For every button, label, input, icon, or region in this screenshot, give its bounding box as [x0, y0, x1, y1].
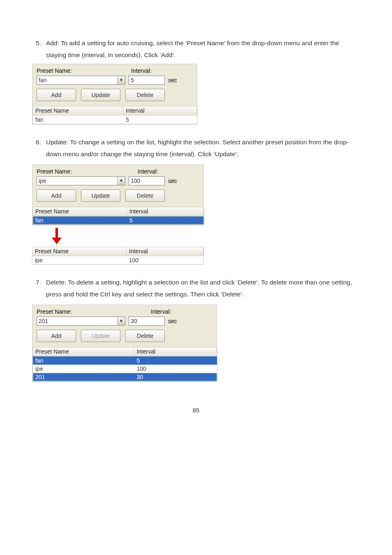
col-preset-header[interactable]: Preset Name [33, 106, 123, 116]
interval-input[interactable]: 30 [129, 317, 165, 326]
panel-delete: Preset Name: Interval: 201 ▼ 30 sec [32, 305, 217, 382]
add-button[interactable]: Add [37, 190, 76, 202]
update-button[interactable]: Update [81, 330, 120, 342]
interval-input[interactable]: 100 [129, 176, 165, 185]
update-button[interactable]: Update [81, 89, 120, 101]
sec-label: sec [168, 178, 177, 184]
panel-update-before: Preset Name: Interval: ipe ▼ 100 sec [32, 164, 204, 225]
preset-name-select-value: ipe [37, 178, 117, 184]
preset-name-select[interactable]: 201 ▼ [37, 317, 125, 326]
col-interval-header[interactable]: Interval [134, 347, 217, 356]
delete-button[interactable]: Delete [125, 190, 165, 202]
interval-label: Interval: [138, 168, 199, 175]
step-6: 6. Update: To change a setting on the li… [32, 136, 360, 265]
preset-table: Preset Name Interval fan 5 [32, 106, 198, 124]
table-row[interactable]: fan 5 [33, 116, 197, 124]
col-preset-header[interactable]: Preset Name [32, 247, 127, 256]
step-6-text: Update: To change a setting on the list,… [46, 136, 360, 160]
chevron-down-icon: ▼ [117, 76, 125, 84]
col-interval-header[interactable]: Interval [127, 247, 203, 256]
interval-label: Interval: [151, 308, 212, 315]
col-preset-header[interactable]: Preset Name [33, 207, 127, 216]
chevron-down-icon: ▼ [117, 177, 125, 185]
preset-name-label: Preset Name: [37, 67, 128, 74]
preset-name-select[interactable]: ipe ▼ [37, 176, 125, 185]
col-interval-header[interactable]: Interval [127, 207, 204, 216]
step-6-number: 6. [32, 136, 41, 148]
step-5: 5. Add: To add a setting for auto cruisi… [32, 37, 360, 125]
preset-name-label: Preset Name: [37, 308, 148, 315]
update-button[interactable]: Update [81, 190, 120, 202]
preset-table: Preset Name Interval fan 5 [32, 207, 204, 225]
preset-name-select-value: 201 [37, 318, 117, 324]
preset-table: Preset Name Interval fan 5 ipe 100 201 3… [32, 347, 217, 382]
preset-name-label: Preset Name: [37, 168, 134, 175]
chevron-down-icon: ▼ [117, 317, 125, 325]
sec-label: sec [168, 318, 177, 324]
interval-input[interactable]: 5 [129, 76, 165, 85]
arrow-down-icon [32, 228, 204, 244]
col-preset-header[interactable]: Preset Name [33, 347, 134, 356]
delete-button[interactable]: Delete [125, 330, 165, 342]
table-row[interactable]: ipe 100 [32, 256, 203, 264]
table-row[interactable]: fan 5 [33, 356, 217, 365]
add-button[interactable]: Add [37, 330, 76, 342]
table-row[interactable]: fan 5 [33, 216, 204, 224]
col-interval-header[interactable]: Interval [123, 106, 197, 116]
preset-name-select-value: fan [37, 77, 117, 83]
add-button[interactable]: Add [37, 89, 76, 101]
step-7-number: 7. [32, 276, 41, 288]
table-row[interactable]: ipe 100 [33, 365, 217, 373]
delete-button[interactable]: Delete [125, 89, 165, 101]
preset-name-select[interactable]: fan ▼ [37, 76, 125, 85]
step-7-text: Delete: To delete a setting, highlight a… [46, 276, 360, 301]
interval-label: Interval: [131, 67, 193, 74]
table-row[interactable]: 201 30 [33, 373, 217, 381]
step-7: 7. Delete: To delete a setting, highligh… [32, 276, 360, 382]
step-5-number: 5. [32, 37, 41, 49]
page-number: 85 [32, 407, 360, 414]
document-page: 5. Add: To add a setting for auto cruisi… [0, 0, 392, 430]
panel-add: Preset Name: Interval: fan ▼ 5 sec [32, 64, 197, 125]
step-5-text: Add: To add a setting for auto cruising,… [46, 37, 360, 61]
sec-label: sec [168, 77, 177, 83]
panel-update-after: Preset Name Interval ipe 100 [32, 247, 204, 265]
